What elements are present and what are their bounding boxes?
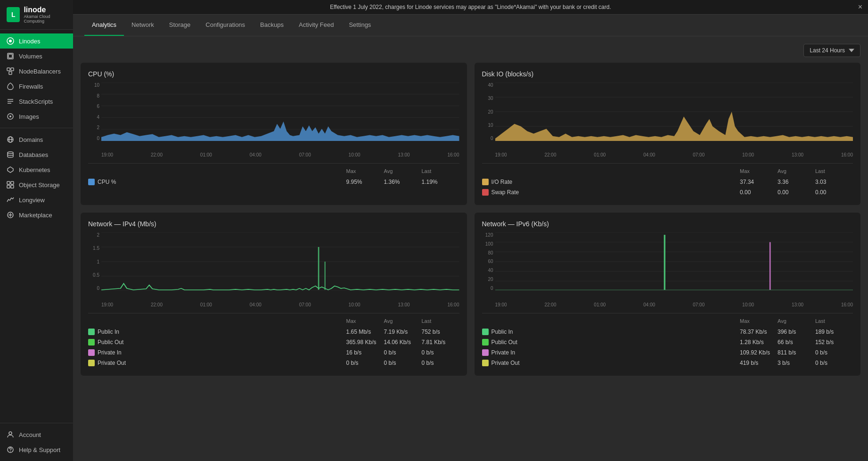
svg-rect-6 [9, 72, 12, 74]
network-ipv6-xaxis: 19:00 22:00 01:00 04:00 07:00 10:00 13:0… [482, 302, 853, 307]
sidebar-label-longview: Longview [19, 197, 45, 204]
cpu-chart-inner [101, 82, 459, 141]
sidebar-bottom: Account Help & Support [0, 423, 73, 461]
sidebar-label-firewalls: Firewalls [19, 83, 43, 90]
svg-point-15 [8, 152, 13, 154]
sidebar-item-images[interactable]: Images [0, 109, 73, 124]
tab-activity-feed[interactable]: Activity Feed [291, 15, 341, 36]
sidebar-item-volumes[interactable]: Volumes [0, 49, 73, 64]
help-icon [7, 446, 14, 453]
sidebar-item-help-support[interactable]: Help & Support [0, 442, 73, 457]
network-ipv6-chart-title: Network — IPv6 (Kb/s) [482, 220, 853, 228]
network-ipv4-row-1: Public Out 365.98 Kb/s 14.06 Kb/s 7.81 K… [88, 337, 459, 347]
sidebar-label-marketplace: Marketplace [19, 212, 52, 219]
time-selector[interactable]: Last 24 Hours [803, 44, 860, 57]
ipv6-public-out-label: Public Out [491, 339, 517, 346]
cpu-max: 9.95% [346, 179, 384, 185]
tab-backups[interactable]: Backups [253, 15, 291, 36]
sidebar-item-longview[interactable]: Longview [0, 192, 73, 207]
tab-storage[interactable]: Storage [162, 15, 198, 36]
ipv6-public-in-label: Public In [491, 329, 513, 335]
network-ipv4-row-0: Public In 1.65 Mb/s 7.19 Kb/s 752 b/s [88, 327, 459, 337]
network-ipv4-chart-card: Network — IPv4 (Mb/s) 2 1.5 1 0.5 0 [81, 213, 467, 376]
announcement-text: Effective 1 July 2022, charges for Linod… [330, 4, 611, 10]
svg-rect-3 [8, 54, 12, 58]
sidebar-item-object-storage[interactable]: Object Storage [0, 177, 73, 192]
cpu-last: 1.19% [422, 179, 459, 185]
cpu-legend-header: Max Avg Last [88, 168, 459, 177]
ipv4-private-in-avg: 0 b/s [384, 349, 422, 356]
ipv6-private-out-max: 419 b/s [740, 360, 778, 366]
sidebar-label-object-storage: Object Storage [19, 181, 60, 189]
sidebar-item-nodebalancers[interactable]: NodeBalancers [0, 64, 73, 79]
svg-rect-17 [7, 181, 10, 184]
ipv4-private-out-max: 0 b/s [346, 360, 384, 366]
network-ipv6-chart-inner [495, 232, 853, 291]
sidebar-label-kubernetes: Kubernetes [19, 166, 50, 173]
disk-io-chart-inner [495, 82, 853, 141]
io-rate-max: 37.34 [740, 179, 778, 185]
ipv6-public-out-swatch [482, 339, 489, 346]
ipv4-private-in-label: Private In [98, 349, 122, 356]
main-content: Effective 1 July 2022, charges for Linod… [73, 0, 868, 461]
sidebar-item-stackscripts[interactable]: StackScripts [0, 94, 73, 109]
ipv4-public-out-label: Public Out [98, 339, 123, 346]
svg-rect-19 [7, 185, 10, 188]
network-ipv4-chart-area: 2 1.5 1 0.5 0 [88, 232, 459, 298]
time-selector-row: Last 24 Hours [81, 44, 860, 57]
ipv4-public-out-max: 365.98 Kb/s [346, 339, 384, 346]
swap-rate-label: Swap Rate [491, 189, 519, 196]
disk-io-yaxis: 40 30 20 10 0 [482, 82, 495, 148]
announcement-close-button[interactable]: × [858, 3, 862, 11]
svg-rect-20 [11, 185, 14, 188]
firewalls-icon [7, 82, 14, 90]
ipv4-public-in-last: 752 b/s [422, 329, 459, 335]
tab-analytics[interactable]: Analytics [84, 15, 124, 36]
kubernetes-icon [7, 166, 14, 173]
sidebar-item-linodes[interactable]: Linodes [0, 33, 73, 49]
sidebar-item-domains[interactable]: Domains [0, 132, 73, 147]
tabs-bar: Analytics Network Storage Configurations… [73, 15, 868, 36]
cpu-xaxis: 19:00 22:00 01:00 04:00 07:00 10:00 13:0… [88, 152, 459, 157]
network-ipv4-xaxis: 19:00 22:00 01:00 04:00 07:00 10:00 13:0… [88, 302, 459, 307]
sidebar-nav-primary: Linodes Volumes NodeBalancers Firewalls … [0, 30, 73, 423]
disk-io-chart-title: Disk IO (blocks/s) [482, 70, 853, 78]
swap-rate-last: 0.00 [815, 189, 853, 196]
logo: L linode Akamai Cloud Computing [0, 0, 73, 30]
network-ipv6-yaxis: 120 100 80 60 40 20 0 [482, 232, 495, 298]
sidebar-label-domains: Domains [19, 136, 43, 143]
ipv6-private-out-avg: 3 b/s [778, 360, 815, 366]
sidebar-label-help-support: Help & Support [19, 446, 60, 453]
network-ipv4-row-2: Private In 16 b/s 0 b/s 0 b/s [88, 347, 459, 358]
svg-point-1 [9, 40, 12, 42]
network-ipv6-row-0: Public In 78.37 Kb/s 396 b/s 189 b/s [482, 327, 853, 337]
ipv6-private-in-label: Private In [491, 349, 516, 356]
io-rate-avg: 3.36 [778, 179, 815, 185]
sidebar-item-marketplace[interactable]: Marketplace [0, 207, 73, 222]
tab-network[interactable]: Network [124, 15, 162, 36]
ipv4-private-out-last: 0 b/s [422, 360, 459, 366]
volumes-icon [7, 52, 14, 60]
disk-io-legend-header: Max Avg Last [482, 168, 853, 177]
sidebar-item-firewalls[interactable]: Firewalls [0, 79, 73, 94]
account-icon [7, 431, 14, 438]
tab-settings[interactable]: Settings [341, 15, 378, 36]
object-storage-icon [7, 181, 14, 189]
chevron-down-icon [849, 48, 854, 53]
sidebar-label-databases: Databases [19, 151, 48, 158]
svg-point-26 [10, 451, 11, 452]
sidebar-item-account[interactable]: Account [0, 427, 73, 442]
cpu-color-swatch [88, 179, 95, 185]
sidebar-label-linodes: Linodes [19, 38, 41, 45]
svg-rect-18 [11, 181, 14, 184]
swap-rate-max: 0.00 [740, 189, 778, 196]
network-ipv6-row-1: Public Out 1.28 Kb/s 66 b/s 152 b/s [482, 337, 853, 347]
svg-marker-16 [8, 167, 13, 173]
tab-configurations[interactable]: Configurations [198, 15, 253, 36]
ipv6-public-in-swatch [482, 329, 489, 335]
ipv4-private-out-label: Private Out [98, 360, 126, 366]
sidebar-item-kubernetes[interactable]: Kubernetes [0, 162, 73, 177]
ipv4-public-in-avg: 7.19 Kb/s [384, 329, 422, 335]
network-ipv4-svg [101, 232, 459, 291]
sidebar-item-databases[interactable]: Databases [0, 147, 73, 162]
